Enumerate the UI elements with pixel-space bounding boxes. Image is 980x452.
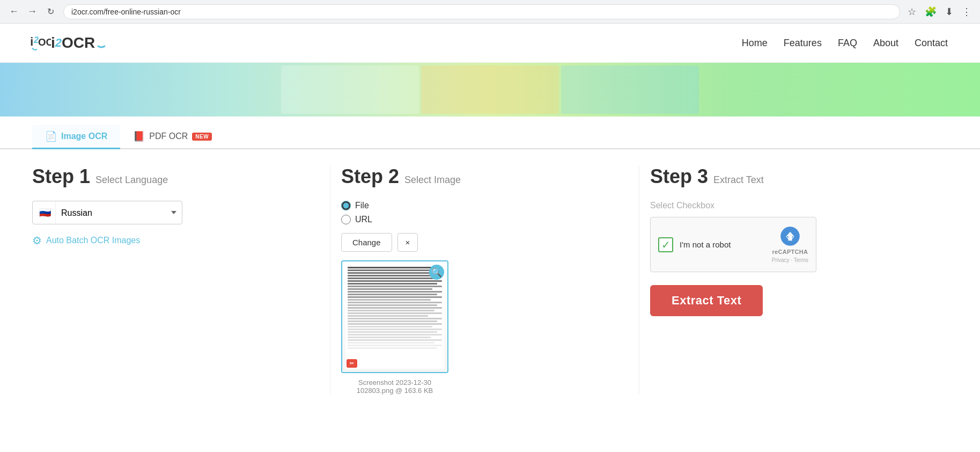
image-preview[interactable]: 🔍 ✂ [341, 260, 448, 373]
image-ocr-icon: 📄 [45, 130, 57, 142]
select-checkbox-label: Select Checkbox [650, 201, 937, 210]
step3-col: Step 3 Extract Text Select Checkbox ✓ I'… [639, 165, 948, 316]
step1-col: Step 1 Select Language 🇷🇺 Russian Englis… [32, 165, 330, 247]
recaptcha-brand: reCAPTCHA [772, 249, 808, 255]
address-bar[interactable]: i2ocr.com/free-online-russian-ocr [63, 4, 900, 19]
reload-button[interactable]: ↻ [43, 4, 58, 19]
back-button[interactable]: ← [6, 4, 21, 19]
main-content: Step 1 Select Language 🇷🇺 Russian Englis… [0, 165, 980, 416]
main-nav: Home Features FAQ About Contact [742, 38, 948, 49]
radio-url-label: URL [355, 215, 372, 224]
pdf-ocr-icon: 📕 [133, 130, 145, 142]
step1-number: Step 1 [32, 165, 90, 188]
logo-two: 2 [55, 36, 62, 50]
step2-number: Step 2 [341, 165, 399, 188]
recaptcha-box[interactable]: ✓ I'm not a robot reCAPTCHA [650, 217, 816, 272]
step2-header: Step 2 Select Image [341, 165, 628, 188]
logo-area: i 2 OCR i 2 OCR [32, 32, 112, 54]
tab-image-ocr[interactable]: 📄 Image OCR [32, 125, 120, 149]
radio-url-option[interactable]: URL [341, 215, 628, 224]
site-header: i 2 OCR i 2 OCR Home Features FAQ About … [0, 24, 980, 63]
zoom-icon[interactable]: 🔍 [429, 265, 444, 280]
menu-button[interactable]: ⋮ [960, 4, 974, 20]
svg-text:i: i [30, 35, 33, 48]
recaptcha-right: reCAPTCHA Privacy · Terms [772, 226, 808, 263]
gear-icon: ⚙ [32, 234, 42, 247]
change-button[interactable]: Change [341, 233, 392, 252]
nav-home[interactable]: Home [742, 38, 768, 49]
svg-text:OCR: OCR [38, 37, 51, 48]
step2-label: Select Image [404, 174, 461, 186]
extract-text-button[interactable]: Extract Text [650, 285, 763, 316]
recaptcha-text: I'm not a robot [680, 240, 731, 249]
nav-faq[interactable]: FAQ [838, 38, 857, 49]
url-text: i2ocr.com/free-online-russian-ocr [71, 8, 892, 16]
flag-emoji: 🇷🇺 [39, 207, 51, 218]
extensions-button[interactable]: 🧩 [923, 4, 939, 20]
tab-image-ocr-label: Image OCR [61, 132, 107, 141]
browser-actions: ☆ 🧩 ⬇ ⋮ [905, 4, 974, 20]
step1-label: Select Language [95, 174, 168, 186]
bookmark-button[interactable]: ☆ [905, 4, 918, 20]
steps-row: Step 1 Select Language 🇷🇺 Russian Englis… [32, 165, 948, 395]
recaptcha-logo-icon [780, 226, 800, 246]
nav-contact[interactable]: Contact [915, 38, 948, 49]
logo-i: i [51, 34, 55, 52]
page-wrapper: i 2 OCR i 2 OCR Home Features FAQ About … [0, 24, 980, 452]
language-select[interactable]: Russian English French German Spanish [56, 203, 182, 223]
step2-col: Step 2 Select Image File URL Change × [330, 165, 639, 395]
radio-file[interactable] [341, 201, 351, 210]
file-actions: Change × [341, 233, 628, 252]
auto-batch-link[interactable]: ⚙ Auto Batch OCR Images [32, 234, 319, 247]
recaptcha-links: Privacy · Terms [772, 257, 808, 263]
logo-text: i 2 OCR [51, 34, 112, 52]
nav-about[interactable]: About [873, 38, 898, 49]
image-source-group: File URL [341, 201, 628, 224]
tabs-area: 📄 Image OCR 📕 PDF OCR NEW [0, 116, 980, 149]
step3-number: Step 3 [650, 165, 708, 188]
watermark: ✂ [347, 359, 357, 368]
logo-icon: i 2 OCR [30, 32, 51, 54]
privacy-link[interactable]: Privacy [772, 257, 790, 263]
clear-button[interactable]: × [397, 233, 418, 252]
radio-url[interactable] [341, 215, 351, 224]
nav-features[interactable]: Features [784, 38, 822, 49]
radio-file-label: File [355, 201, 369, 210]
browser-chrome: ← → ↻ i2ocr.com/free-online-russian-ocr … [0, 0, 980, 24]
auto-batch-label: Auto Batch OCR Images [46, 236, 140, 245]
step1-header: Step 1 Select Language [32, 165, 319, 188]
tab-pdf-ocr-label: PDF OCR [149, 132, 188, 141]
new-badge: NEW [192, 133, 212, 141]
file-info: Screenshot 2023-12-30 102803.png @ 163.6… [341, 378, 448, 395]
language-selector-wrapper[interactable]: 🇷🇺 Russian English French German Spanish [32, 201, 182, 224]
download-button[interactable]: ⬇ [943, 4, 955, 20]
flag-display: 🇷🇺 [33, 201, 56, 224]
nav-buttons: ← → ↻ [6, 4, 58, 19]
recaptcha-check: ✓ [658, 237, 673, 252]
radio-file-option[interactable]: File [341, 201, 628, 210]
logo-ocr: OCR [62, 34, 95, 52]
banner-area [0, 63, 980, 116]
step3-header: Step 3 Extract Text [650, 165, 937, 188]
terms-link[interactable]: Terms [794, 257, 808, 263]
forward-button[interactable]: → [25, 4, 40, 19]
recaptcha-left: ✓ I'm not a robot [658, 237, 731, 252]
tab-pdf-ocr[interactable]: 📕 PDF OCR NEW [120, 125, 225, 149]
step3-label: Extract Text [713, 174, 764, 186]
